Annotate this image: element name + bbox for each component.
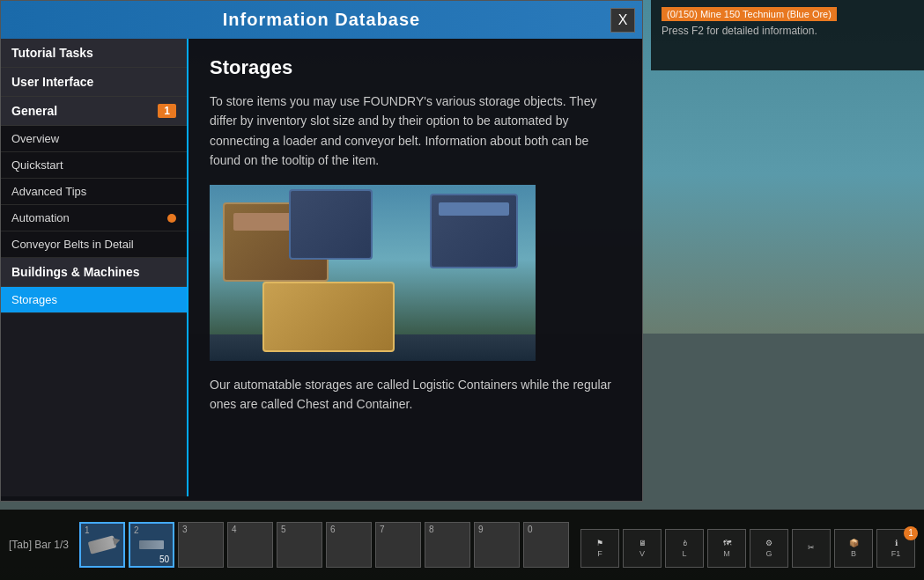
hud-title: (0/150) Mine 150 Technium (Blue Ore)	[662, 7, 913, 21]
action-key-label: F	[597, 549, 602, 558]
action-key-label: M	[723, 549, 730, 558]
content-paragraph-1: To store items you may use FOUNDRY's var…	[210, 92, 621, 171]
action-icons-group: ⚑ F 🖥 V 🕯 L 🗺 M ⚙ G ✂ 📦 B ℹ F1	[580, 529, 915, 568]
sidebar-item-label: Storages	[11, 293, 57, 306]
sidebar-section-buildings-machines[interactable]: Buildings & Machines	[1, 258, 187, 287]
hotbar-slot-1[interactable]: 1	[79, 522, 125, 568]
action-icon-symbol: ✂	[808, 543, 815, 552]
action-icon-m[interactable]: 🗺 M	[707, 529, 746, 568]
sidebar-item-advanced-tips[interactable]: Advanced Tips	[1, 179, 187, 205]
dialog-header: Information Database X	[1, 1, 642, 39]
action-icon-g[interactable]: ⚙ G	[750, 529, 788, 568]
hud-badge: (0/150) Mine 150 Technium (Blue Ore)	[662, 7, 837, 21]
hotbar-slot-4[interactable]: 4	[227, 522, 273, 568]
storages-image	[210, 185, 536, 361]
sidebar-item-label: Conveyor Belts in Detail	[11, 238, 134, 251]
slot-number: 9	[478, 525, 484, 534]
slot-number: 0	[528, 525, 533, 534]
sidebar: Tutorial Tasks User Interface General 1 …	[1, 39, 188, 496]
action-icon-symbol: ℹ	[895, 539, 898, 547]
sidebar-section-user-interface[interactable]: User Interface	[1, 68, 187, 97]
storage-scene	[210, 185, 536, 361]
action-icon-symbol: 🕯	[681, 539, 689, 547]
slot-icon-bar	[137, 536, 166, 554]
action-icon-symbol: ⚑	[596, 539, 603, 547]
content-area: Storages To store items you may use FOUN…	[188, 39, 642, 496]
sidebar-section-general[interactable]: General 1	[1, 97, 187, 126]
action-icon-symbol: ⚙	[765, 539, 772, 547]
dialog-title: Information Database	[223, 10, 420, 30]
sidebar-item-storages[interactable]: Storages	[1, 287, 187, 313]
slot-icon-drill	[88, 536, 116, 554]
hud-panel: (0/150) Mine 150 Technium (Blue Ore) Pre…	[651, 0, 924, 70]
action-key-label: B	[851, 549, 856, 558]
automation-dot	[167, 214, 176, 223]
close-button[interactable]: X	[610, 8, 635, 33]
action-icon-f[interactable]: ⚑ F	[580, 529, 619, 568]
action-icon-l[interactable]: 🕯 L	[665, 529, 704, 568]
hotbar-slot-2[interactable]: 2 50	[129, 522, 174, 568]
logistic-container-center	[289, 189, 373, 260]
sidebar-item-overview[interactable]: Overview	[1, 126, 187, 152]
slot-number: 2	[134, 525, 139, 535]
slot-number: 1	[85, 525, 90, 535]
sidebar-section-label: User Interface	[11, 75, 93, 89]
hotbar-slot-7[interactable]: 7	[375, 522, 421, 568]
action-icon-symbol: 🗺	[723, 539, 731, 547]
hotbar-slot-6[interactable]: 6	[326, 522, 372, 568]
hotbar: [Tab] Bar 1/3 1 2 50 3 4 5 6 7 8 9 0 ⚑ F…	[0, 510, 924, 580]
sidebar-section-tutorial-tasks[interactable]: Tutorial Tasks	[1, 39, 187, 68]
action-icon-scissors[interactable]: ✂	[792, 529, 831, 568]
action-key-label: V	[639, 549, 645, 558]
hotbar-slot-5[interactable]: 5	[277, 522, 322, 568]
action-icon-symbol: 🖥	[639, 539, 647, 547]
action-key-label: F1	[891, 549, 901, 558]
sidebar-item-label: Quickstart	[11, 158, 63, 172]
content-title: Storages	[210, 56, 621, 79]
action-icon-b[interactable]: 📦 B	[834, 529, 873, 568]
sidebar-section-label: General	[11, 104, 57, 118]
slot-number: 4	[232, 525, 237, 534]
sidebar-item-automation[interactable]: Automation	[1, 205, 187, 231]
sidebar-item-quickstart[interactable]: Quickstart	[1, 152, 187, 179]
action-icon-v[interactable]: 🖥 V	[623, 529, 662, 568]
yellow-container	[262, 282, 395, 352]
hotbar-slot-9[interactable]: 9	[474, 522, 520, 568]
action-icon-symbol: 📦	[849, 539, 859, 547]
slot-number: 3	[182, 525, 188, 534]
action-icon-f1[interactable]: ℹ F1	[876, 529, 915, 568]
slot-number: 5	[281, 525, 286, 534]
slot-number: 8	[429, 525, 434, 534]
general-badge: 1	[158, 104, 176, 118]
sidebar-section-label: Tutorial Tasks	[11, 46, 93, 60]
bar-icon	[139, 540, 164, 549]
action-key-label: L	[682, 549, 686, 558]
sidebar-section-label: Buildings & Machines	[11, 265, 139, 279]
sidebar-item-conveyor-belts[interactable]: Conveyor Belts in Detail	[1, 231, 187, 258]
info-database-dialog: Information Database X Tutorial Tasks Us…	[0, 0, 643, 502]
slot-number: 6	[330, 525, 336, 534]
sidebar-item-label: Automation	[11, 211, 70, 224]
hotbar-slot-8[interactable]: 8	[425, 522, 470, 568]
action-key-label: G	[765, 549, 772, 558]
sidebar-item-label: Advanced Tips	[11, 185, 86, 198]
slot-number: 7	[380, 525, 385, 534]
content-paragraph-2: Our automatable storages are called Logi…	[210, 375, 621, 415]
hotbar-slot-3[interactable]: 3	[178, 522, 224, 568]
sidebar-item-label: Overview	[11, 132, 59, 145]
hotbar-slot-0[interactable]: 0	[523, 522, 569, 568]
drill-icon	[88, 535, 117, 554]
bar-label: [Tab] Bar 1/3	[9, 539, 69, 551]
hud-description: Press F2 for detailed information.	[662, 25, 913, 37]
logistic-container-right	[430, 194, 518, 268]
slot-count: 50	[159, 554, 169, 564]
dialog-body: Tutorial Tasks User Interface General 1 …	[1, 39, 642, 496]
